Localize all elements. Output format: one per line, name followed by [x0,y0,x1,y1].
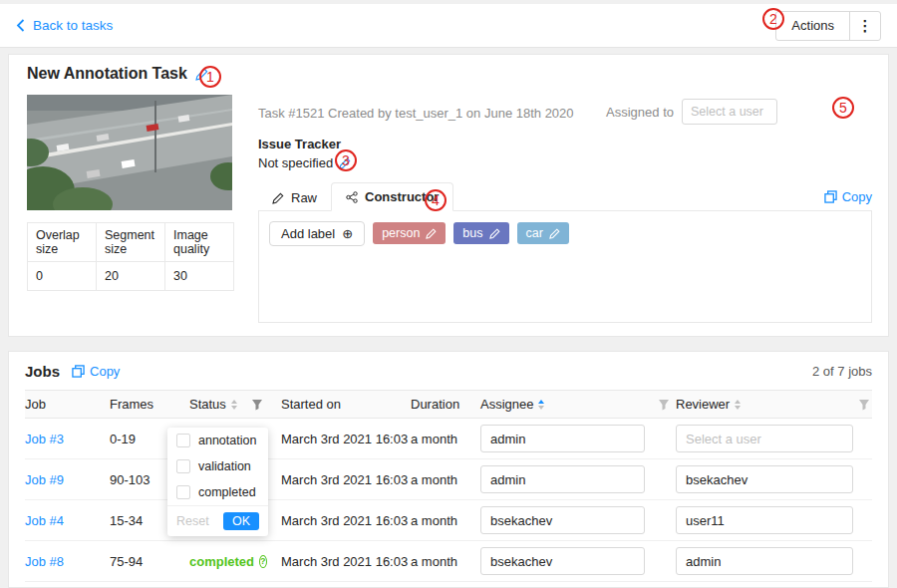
jobs-table-header: Job Frames Status Started on Duration As… [25,390,872,419]
kebab-menu-icon[interactable]: ⋮ [850,12,880,40]
started-cell: March 3rd 2021 16:03 [281,554,411,569]
pencil-icon[interactable] [426,228,437,239]
tab-raw[interactable]: Raw [258,184,331,211]
back-to-tasks-label: Back to tasks [33,18,113,33]
label-chip-person-name: person [382,226,420,240]
frames-cell: 75-94 [110,554,189,569]
assignee-input[interactable] [480,547,645,575]
status-completed-label: completed [189,554,254,569]
assigned-to-group: Assigned to [606,99,777,125]
task-preview-image [27,95,232,210]
question-circle-icon[interactable]: ? [259,555,267,568]
job-link[interactable]: Job #9 [25,472,110,487]
sort-status-control[interactable] [231,400,237,410]
jobs-card: Jobs Copy 2 of 7 jobs Job Frames Status … [8,351,889,588]
jobs-title: Jobs [25,363,60,380]
reviewer-input[interactable] [676,506,853,534]
callout-3: 3 [335,149,357,171]
callout-1: 1 [199,66,221,88]
started-cell: March 3rd 2021 16:03 [281,472,411,487]
duration-cell: a month [411,432,480,446]
checkbox-completed[interactable] [176,485,190,499]
copy-icon [824,190,837,203]
duration-cell: a month [411,472,480,487]
param-value-segment: 20 [97,262,165,291]
add-label-text: Add label [281,226,335,241]
actions-button[interactable]: Actions [776,12,850,40]
pencil-icon[interactable] [489,228,500,239]
label-chip-car-name: car [526,226,543,240]
label-chip-car[interactable]: car [517,222,569,244]
label-chip-bus[interactable]: bus [453,222,508,244]
filter-option-completed[interactable]: completed [167,479,268,505]
reviewer-input[interactable] [676,425,853,452]
callout-5: 5 [832,97,854,119]
add-label-button[interactable]: Add label ⊕ [269,221,365,246]
job-link[interactable]: Job #3 [25,432,110,446]
filter-ok-button[interactable]: OK [223,512,259,530]
constructor-icon [346,191,358,203]
reviewer-header-label: Reviewer [676,397,730,412]
status-filter-dropdown: annotation validation completed Reset OK [167,428,268,536]
job-row: Job #8 75-94 completed ? March 3rd 2021 … [25,541,872,582]
filter-option-completed-label: completed [198,485,256,499]
filter-option-validation[interactable]: validation [167,453,268,479]
task-title: New Annotation Task [27,65,187,83]
pencil-icon[interactable] [549,228,560,239]
sort-assignee-control[interactable] [538,400,544,410]
chevron-left-icon [16,19,25,32]
job-link[interactable]: Job #4 [25,513,110,528]
sort-reviewer-control[interactable] [735,400,741,410]
column-header-reviewer[interactable]: Reviewer [676,397,858,412]
tab-raw-label: Raw [291,190,317,205]
checkbox-validation[interactable] [176,459,190,473]
assignee-input[interactable] [480,506,645,534]
job-row: Job #9 90-103 March 3rd 2021 16:03 a mon… [25,459,872,500]
duration-cell: a month [411,554,480,569]
status-filter-icon[interactable] [251,399,281,411]
filter-option-annotation[interactable]: annotation [167,428,268,453]
job-row: Job #4 15-34 March 3rd 2021 16:03 a mont… [25,500,872,541]
reviewer-input[interactable] [676,547,853,575]
top-navigation-bar: Back to tasks Actions ⋮ [0,4,897,48]
copy-labels-link[interactable]: Copy [824,189,872,210]
labels-tab-bar: Raw Constructor Copy [258,182,872,211]
copy-jobs-link[interactable]: Copy [72,364,120,379]
issue-tracker-value: Not specified [258,155,333,170]
duration-cell: a month [411,513,480,528]
label-chip-person[interactable]: person [373,222,446,244]
filter-option-validation-label: validation [198,459,251,473]
copy-jobs-label: Copy [90,364,120,379]
assignee-input[interactable] [480,425,645,452]
filter-reset-button[interactable]: Reset [176,514,209,528]
column-header-frames: Frames [110,397,189,412]
labels-constructor-panel: Add label ⊕ person bus car [258,211,872,323]
callout-2: 2 [762,8,784,30]
copy-icon [72,365,85,378]
filter-option-annotation-label: annotation [198,434,256,447]
reviewer-input[interactable] [676,465,853,493]
param-value-overlap: 0 [28,262,97,291]
assignee-filter-icon[interactable] [658,399,676,411]
column-header-job: Job [25,397,110,412]
checkbox-annotation[interactable] [176,434,190,447]
column-header-assignee[interactable]: Assignee [480,397,658,412]
param-header-segment: Segment size [97,223,165,262]
status-cell: completed ? [189,554,251,569]
plus-circle-icon: ⊕ [342,226,353,241]
column-header-started: Started on [281,397,411,412]
reviewer-filter-icon[interactable] [858,399,874,411]
assigned-to-input[interactable] [682,99,777,125]
param-header-overlap: Overlap size [28,223,97,262]
back-to-tasks-link[interactable]: Back to tasks [16,18,113,33]
assignee-header-label: Assignee [480,397,533,412]
param-value-quality: 30 [165,262,234,291]
param-header-quality: Image quality [165,223,234,262]
column-header-status[interactable]: Status [189,397,251,412]
assignee-input[interactable] [480,465,645,493]
assigned-to-label: Assigned to [606,105,674,120]
actions-button-group: Actions ⋮ [775,11,881,41]
label-chip-bus-name: bus [462,226,482,240]
job-link[interactable]: Job #8 [25,554,110,569]
column-header-duration: Duration [411,397,480,412]
